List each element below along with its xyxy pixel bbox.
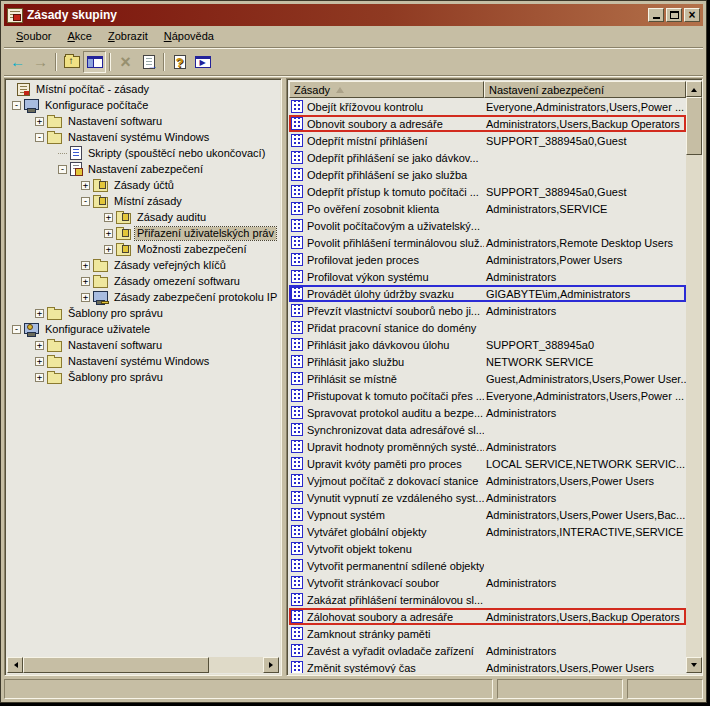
list-vertical-scrollbar[interactable] bbox=[686, 81, 702, 673]
scrollbar-track[interactable] bbox=[23, 657, 263, 673]
policy-row[interactable]: Vypnout systém Administrators,Users,Powe… bbox=[289, 506, 686, 523]
policy-row[interactable]: Povolit přihlášení terminálovou služ... … bbox=[289, 234, 686, 251]
tree-item[interactable]: - Místní zásady bbox=[7, 193, 279, 209]
policy-row[interactable]: Vytvářet globální objekty Administrators… bbox=[289, 523, 686, 540]
tree-expander-plus[interactable]: + bbox=[35, 309, 44, 318]
policy-row[interactable]: Obejít křížovou kontrolu Everyone,Admini… bbox=[289, 98, 686, 115]
tree-item[interactable]: + Zásady účtů bbox=[7, 177, 279, 193]
menu-item[interactable]: Akce bbox=[59, 28, 99, 45]
policy-row[interactable]: Vytvořit objekt tokenu bbox=[289, 540, 686, 557]
tree-expander-plus[interactable]: + bbox=[104, 229, 113, 238]
tree-expander-plus[interactable]: + bbox=[35, 357, 44, 366]
policy-row[interactable]: Zálohovat soubory a adresáře Administrat… bbox=[289, 608, 686, 625]
tree-item[interactable]: Místní počítač - zásady bbox=[7, 81, 279, 97]
tree-horizontal-scrollbar[interactable] bbox=[7, 657, 279, 673]
policy-name: Po ověření zosobnit klienta bbox=[307, 203, 484, 215]
policy-row[interactable]: Povolit počítačovým a uživatelský... bbox=[289, 217, 686, 234]
tree-expander-minus[interactable]: - bbox=[81, 197, 90, 206]
up-one-level-button[interactable] bbox=[60, 51, 83, 73]
policy-row[interactable]: Vynutit vypnutí ze vzdáleného syst... Ad… bbox=[289, 489, 686, 506]
tree-item[interactable]: Skripty (spouštěcí nebo ukončovací) bbox=[7, 145, 279, 161]
scroll-up-button[interactable] bbox=[686, 81, 702, 97]
tree-expander-plus[interactable]: + bbox=[81, 181, 90, 190]
toolbar-separator bbox=[55, 53, 57, 71]
menu-item[interactable]: Zobrazit bbox=[100, 28, 156, 45]
policy-row[interactable]: Změnit systémový čas Administrators,User… bbox=[289, 659, 686, 673]
policy-icon bbox=[291, 644, 303, 657]
scroll-down-button[interactable] bbox=[686, 657, 702, 673]
policy-row[interactable]: Upravit kvóty paměti pro proces LOCAL SE… bbox=[289, 455, 686, 472]
tree-expander-plus[interactable]: + bbox=[35, 341, 44, 350]
tree-expander-plus[interactable]: + bbox=[35, 373, 44, 382]
tree-expander-minus[interactable]: - bbox=[35, 133, 44, 142]
tree-item[interactable]: + Nastavení systému Windows bbox=[7, 353, 279, 369]
show-pane-button[interactable] bbox=[191, 51, 214, 73]
tree-expander-minus[interactable]: - bbox=[58, 165, 67, 174]
tree-item[interactable]: + Šablony pro správu bbox=[7, 305, 279, 321]
policy-row[interactable]: Vytvořit permanentní sdílené objekty bbox=[289, 557, 686, 574]
policy-row[interactable]: Synchronizovat data adresářové sl... bbox=[289, 421, 686, 438]
policy-row[interactable]: Přidat pracovní stanice do domény bbox=[289, 319, 686, 336]
policy-row[interactable]: Odepřít přihlášení se jako dávkov... bbox=[289, 149, 686, 166]
policy-row[interactable]: Zakázat přihlášení terminálovou sl... bbox=[289, 591, 686, 608]
policy-row[interactable]: Zamknout stránky paměti bbox=[289, 625, 686, 642]
tree-item[interactable]: + Šablony pro správu bbox=[7, 369, 279, 385]
column-header-nastaveni-zabezpeceni[interactable]: Nastavení zabezpečení bbox=[484, 81, 686, 98]
tree-item[interactable]: + Zásady zabezpečení protokolu IP - bbox=[7, 289, 279, 305]
title-bar[interactable]: Zásady skupiny × bbox=[4, 4, 703, 26]
policy-row[interactable]: Přihlásit se místně Guest,Administrators… bbox=[289, 370, 686, 387]
menu-item[interactable]: Nápověda bbox=[156, 28, 222, 45]
tree-item[interactable]: + Přiřazení uživatelských práv bbox=[7, 225, 279, 241]
tree-item[interactable]: + Nastavení softwaru bbox=[7, 337, 279, 353]
tree-item[interactable]: + Zásady omezení softwaru bbox=[7, 273, 279, 289]
policy-row[interactable]: Spravovat protokol auditu a bezpe... Adm… bbox=[289, 404, 686, 421]
back-button[interactable] bbox=[6, 51, 29, 73]
policy-row[interactable]: Přihlásit jako službu NETWORK SERVICE bbox=[289, 353, 686, 370]
close-button[interactable]: × bbox=[684, 8, 700, 22]
tree-item[interactable]: + Nastavení softwaru bbox=[7, 113, 279, 129]
policy-row[interactable]: Provádět úlohy údržby svazku GIGABYTE\im… bbox=[289, 285, 686, 302]
tree-item[interactable]: - Nastavení zabezpečení bbox=[7, 161, 279, 177]
show-hide-console-tree-button[interactable] bbox=[83, 51, 106, 73]
policy-icon bbox=[291, 202, 303, 215]
policy-row[interactable]: Po ověření zosobnit klienta Administrato… bbox=[289, 200, 686, 217]
export-list-button[interactable] bbox=[137, 51, 160, 73]
policy-row[interactable]: Upravit hodnoty proměnných systé... Admi… bbox=[289, 438, 686, 455]
tree-item[interactable]: - Nastavení systému Windows bbox=[7, 129, 279, 145]
tree-item[interactable]: + Zásady veřejných klíčů bbox=[7, 257, 279, 273]
policy-row[interactable]: Přihlásit jako dávkovou úlohu SUPPORT_38… bbox=[289, 336, 686, 353]
policy-row[interactable]: Odepřít přihlášení se jako služba bbox=[289, 166, 686, 183]
policy-row[interactable]: Odepřít přístup k tomuto počítači ... SU… bbox=[289, 183, 686, 200]
minimize-button[interactable] bbox=[648, 8, 664, 22]
scroll-right-button[interactable] bbox=[263, 657, 279, 673]
tree-item[interactable]: + Zásady auditu bbox=[7, 209, 279, 225]
tree-expander-plus[interactable]: + bbox=[104, 213, 113, 222]
policy-row[interactable]: Profilovat jeden proces Administrators,P… bbox=[289, 251, 686, 268]
column-header-zasady[interactable]: Zásady bbox=[289, 81, 484, 98]
policy-row[interactable]: Odepřít místní přihlášení SUPPORT_388945… bbox=[289, 132, 686, 149]
tree-item[interactable]: - Konfigurace uživatele bbox=[7, 321, 279, 337]
scrollbar-thumb[interactable] bbox=[23, 657, 209, 673]
tree-item[interactable]: - Konfigurace počítače bbox=[7, 97, 279, 113]
tree-expander-plus[interactable]: + bbox=[81, 293, 90, 302]
policy-row[interactable]: Zavést a vyřadit ovladače zařízení Admin… bbox=[289, 642, 686, 659]
policy-row[interactable]: Vytvořit stránkovací soubor Administrato… bbox=[289, 574, 686, 591]
scrollbar-thumb[interactable] bbox=[686, 97, 702, 155]
policy-row[interactable]: Obnovit soubory a adresáře Administrator… bbox=[289, 115, 686, 132]
help-button[interactable] bbox=[168, 51, 191, 73]
policy-row[interactable]: Profilovat výkon systému Administrators bbox=[289, 268, 686, 285]
tree-expander-plus[interactable]: + bbox=[81, 277, 90, 286]
tree-item[interactable]: + Možnosti zabezpečení bbox=[7, 241, 279, 257]
tree-expander-plus[interactable]: + bbox=[104, 245, 113, 254]
tree-expander-plus[interactable]: + bbox=[81, 261, 90, 270]
policy-row[interactable]: Vyjmout počítač z dokovací stanice Admin… bbox=[289, 472, 686, 489]
menu-item[interactable]: Soubor bbox=[8, 28, 59, 45]
maximize-button[interactable] bbox=[666, 8, 682, 22]
tree-expander-minus[interactable]: - bbox=[12, 101, 21, 110]
tree-expander-minus[interactable]: - bbox=[12, 325, 21, 334]
policy-row[interactable]: Přistupovat k tomuto počítači přes ... E… bbox=[289, 387, 686, 404]
policy-row[interactable]: Převzít vlastnictví souborů nebo ji... A… bbox=[289, 302, 686, 319]
scrollbar-track[interactable] bbox=[686, 97, 702, 657]
scroll-left-button[interactable] bbox=[7, 657, 23, 673]
tree-expander-plus[interactable]: + bbox=[35, 117, 44, 126]
